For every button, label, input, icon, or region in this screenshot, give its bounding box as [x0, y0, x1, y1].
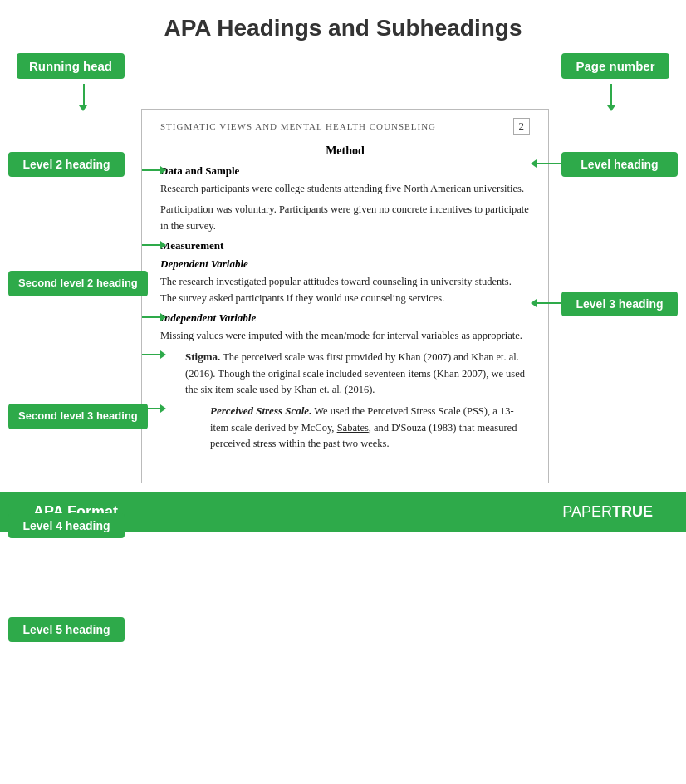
doc-para2: Participation was voluntary. Participant… — [160, 202, 530, 234]
level3a-section: Dependent Variable — [160, 257, 530, 271]
doc-running-head: STIGMATIC VIEWS AND MENTAL HEALTH COUNSE… — [160, 121, 436, 131]
second-level2-label: Second level 2 heading — [8, 271, 148, 296]
level2b-arrow-h — [142, 244, 160, 246]
underline-sabates: Sabates — [337, 422, 369, 434]
doc-para4: Missing values were imputed with the mea… — [160, 328, 530, 344]
level3-arrow-h — [537, 302, 561, 304]
level4a-arrow-h — [142, 354, 160, 355]
level2-arrowhead — [160, 166, 166, 174]
level5a-section: Perceived Stress Scale. We used the Perc… — [160, 403, 530, 452]
level3b-arrowhead — [160, 313, 166, 321]
content-area: Level 2 heading Second level 2 heading S… — [0, 109, 686, 483]
doc-level3a-heading: Dependent Variable — [160, 257, 530, 271]
level4-label: Level 4 heading — [8, 513, 125, 538]
level2b-arrowhead — [160, 241, 166, 249]
level3b-section: Independent Variable — [160, 311, 530, 325]
doc-level1-heading: Method — [160, 145, 530, 158]
level4a-section: Stigma. The perceived scale was first pr… — [160, 349, 530, 398]
level3b-arrow-h — [142, 316, 160, 318]
doc-level5a-heading: Perceived Stress Scale. — [210, 404, 311, 417]
level1-label: Level heading — [561, 152, 678, 177]
level5a-arrowhead — [160, 404, 166, 413]
page-number-arrow-v — [610, 84, 612, 107]
second-level3-label: Second level 3 heading — [8, 404, 148, 429]
doc-page-number: 2 — [513, 118, 531, 135]
level2-section: Data and Sample — [160, 164, 530, 178]
document-area: STIGMATIC VIEWS AND MENTAL HEALTH COUNSE… — [141, 109, 549, 483]
level3-label: Level 3 heading — [561, 292, 678, 316]
level2b-section: Measurement — [160, 239, 530, 252]
footer-papertrue: PAPERTRUE — [562, 503, 653, 521]
level2-label: Level 2 heading — [8, 152, 125, 177]
page-title: APA Headings and Subheadings — [0, 0, 686, 53]
doc-level2b-heading: Measurement — [160, 239, 530, 252]
footer-paper: PAPER — [562, 503, 612, 520]
page-number-label: Page number — [561, 53, 669, 79]
level4a-arrowhead — [160, 350, 166, 359]
doc-level4a-text: The perceived scale was first provided b… — [185, 351, 525, 395]
underline-six-item: six item — [200, 384, 233, 395]
level1-arrow-h — [537, 163, 561, 164]
doc-level4a-heading: Stigma. — [185, 350, 220, 363]
doc-para3: The research investigated popular attitu… — [160, 274, 530, 306]
right-labels: Level heading Level 3 heading — [549, 109, 678, 483]
running-head-arrow-v — [83, 84, 85, 107]
level5-label: Level 5 heading — [8, 617, 125, 642]
doc-level2-heading: Data and Sample — [160, 164, 530, 178]
level3-arrowhead — [531, 299, 537, 307]
doc-level3b-heading: Independent Variable — [160, 311, 530, 325]
doc-para1: Research participants were college stude… — [160, 181, 530, 197]
level2-arrow-h — [142, 169, 160, 171]
level1-arrowhead — [531, 159, 537, 168]
left-labels: Level 2 heading Second level 2 heading S… — [8, 109, 141, 483]
level1-section: Method — [160, 145, 530, 158]
footer-true: TRUE — [612, 503, 653, 520]
running-head-label: Running head — [17, 53, 125, 79]
doc-header: STIGMATIC VIEWS AND MENTAL HEALTH COUNSE… — [160, 118, 530, 138]
